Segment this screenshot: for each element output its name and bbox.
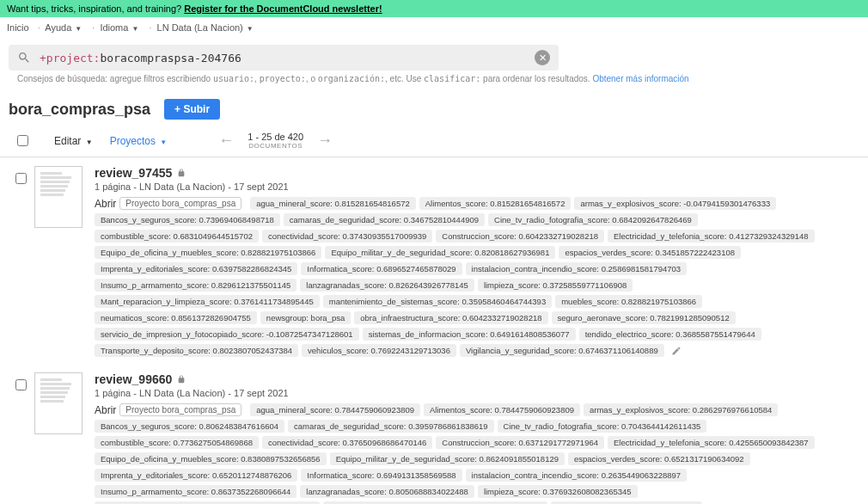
metadata-tag[interactable]: Vigilancia_y_seguridad_score: 0.67463711… [460, 344, 664, 357]
document-row: review_974551 página - LN Data (La Nacio… [9, 166, 859, 357]
project-pill[interactable]: Proyecto bora_compras_psa [119, 403, 241, 416]
search-hint: Consejos de búsqueda: agregue filtros es… [9, 71, 859, 92]
select-doc-checkbox[interactable] [15, 379, 27, 390]
metadata-tag[interactable]: Transporte_y_deposito_score: 0.802380705… [95, 344, 298, 357]
nav-home[interactable]: Inicio [7, 22, 29, 33]
page-range: 1 - 25 de 420 DOCUMENTOS [248, 132, 303, 150]
document-meta: 1 página - LN Data (La Nacion) - 17 sept… [95, 181, 859, 192]
metadata-tag[interactable]: instalacion_contra_incendio_score: 0.258… [466, 262, 688, 275]
lock-icon [177, 375, 186, 384]
banner-text: Want tips, tricks, inspiration, and trai… [7, 3, 184, 14]
metadata-tag[interactable]: combustible_score: 0.7736275054869868 [95, 436, 259, 449]
nav-help[interactable]: Ayuda [45, 22, 71, 33]
edit-tags-icon[interactable] [671, 346, 682, 356]
metadata-tag[interactable]: sistemas_de_informacion_score: 0.6491614… [363, 328, 576, 341]
document-meta: 1 página - LN Data (La Nacion) - 17 sept… [95, 388, 859, 398]
metadata-tag[interactable]: limpieza_score: 0.37258559771106908 [478, 279, 633, 292]
document-title[interactable]: review_97455 [95, 166, 859, 180]
metadata-tag[interactable]: Alimentos_score: 0.7844759060923809 [424, 403, 580, 416]
open-link[interactable]: Abrir [95, 404, 116, 416]
metadata-tag[interactable]: Mant_reparacion_y_limpieza_score: 0.3761… [95, 295, 320, 308]
metadata-tag[interactable]: espacios_verdes_score: 0.652131719063409… [568, 452, 750, 465]
document-thumbnail[interactable] [34, 372, 83, 434]
metadata-tag[interactable]: vehiculos_score: 0.7692243129713036 [302, 344, 456, 357]
metadata-tag[interactable]: combustible_score: 0.6831049644515702 [95, 230, 259, 243]
metadata-tag[interactable]: armas_y_explosivos_score: -0.04794159301… [574, 197, 776, 210]
search-bar[interactable]: +project:boracompraspsa-204766 ✕ [9, 45, 559, 71]
upload-button[interactable]: + Subir [164, 99, 220, 120]
metadata-tag[interactable]: muebles_score: 0.828821975103866 [555, 295, 702, 308]
metadata-tag[interactable]: limpieza_score: 0.376932608082365345 [478, 485, 638, 498]
metadata-tag[interactable]: conectividad_score: 0.37430935517009939 [262, 230, 432, 243]
metadata-tag[interactable]: Imprenta_y_editoriales_score: 0.63975822… [95, 262, 297, 275]
metadata-tag[interactable]: Construccion_score: 0.6042332719028218 [436, 230, 604, 243]
metadata-tag[interactable]: Informatica_score: 0.6896527465878029 [301, 262, 462, 275]
metadata-tag[interactable]: agua_mineral_score: 0.7844759060923809 [250, 403, 420, 416]
metadata-tag[interactable]: Bancos_y_seguros_score: 0.73969406849871… [95, 213, 280, 226]
edit-menu[interactable]: Editar ▼ [54, 135, 93, 147]
metadata-tag[interactable]: mantenimiento_de_sistemas_score: 0.35958… [323, 295, 552, 308]
clear-search-icon[interactable]: ✕ [535, 50, 550, 65]
promo-banner: Want tips, tricks, inspiration, and trai… [0, 0, 868, 17]
metadata-tag[interactable]: Equipo_de_oficina_y_muebles_score: 0.838… [95, 452, 327, 465]
next-page-icon[interactable]: → [317, 132, 333, 150]
metadata-tag[interactable]: camaras_de_seguridad_score: 0.3959786861… [288, 420, 494, 433]
metadata-tag[interactable]: Alimentos_score: 0.815281654816572 [419, 197, 572, 210]
hint-link[interactable]: Obtener más información [592, 74, 688, 83]
projects-menu[interactable]: Proyectos ▼ [110, 135, 168, 147]
metadata-tag[interactable]: lanzagranadas_score: 0.8050688834022488 [300, 485, 474, 498]
lock-icon [177, 169, 186, 177]
metadata-tag[interactable]: instalacion_contra_incendio_score: 0.263… [466, 469, 688, 482]
breadcrumb: Inicio · Ayuda▼ · Idioma▼ · LN Data (La … [0, 17, 868, 38]
metadata-tag[interactable]: Cine_tv_radio_fotografia_score: 0.704364… [498, 420, 707, 433]
metadata-tag[interactable]: Equipo_militar_y_de_seguridad_score: 0.8… [325, 246, 555, 259]
select-doc-checkbox[interactable] [15, 173, 27, 184]
metadata-tag[interactable]: armas_y_explosivos_score: 0.286297697661… [584, 403, 778, 416]
document-row: review_996601 página - LN Data (La Nacio… [9, 372, 859, 504]
metadata-tag[interactable]: seguro_aeronave_score: 0.782199128509051… [552, 311, 736, 324]
toolbar: Editar ▼ Proyectos ▼ ← 1 - 25 de 420 DOC… [0, 128, 868, 157]
metadata-tag[interactable]: Electricidad_y_telefonia_score: 0.425565… [608, 436, 815, 449]
metadata-tag[interactable]: Bancos_y_seguros_score: 0.80624838476166… [95, 420, 284, 433]
metadata-tag[interactable]: camaras_de_seguridad_score: 0.3467528104… [284, 213, 485, 226]
metadata-tag[interactable]: Insumo_p_armamento_score: 0.829612137550… [95, 279, 296, 292]
metadata-tag[interactable]: lanzagranadas_score: 0.8262643926778145 [300, 279, 474, 292]
document-thumbnail[interactable] [34, 166, 83, 228]
banner-link[interactable]: Register for the DocumentCloud newslette… [184, 3, 382, 14]
prev-page-icon[interactable]: ← [218, 132, 234, 150]
metadata-tag[interactable]: agua_mineral_score: 0.815281654816572 [250, 197, 416, 210]
metadata-tag[interactable]: Equipo_militar_y_de_seguridad_score: 0.8… [330, 452, 565, 465]
nav-language[interactable]: Idioma [100, 22, 128, 33]
search-input[interactable]: +project:boracompraspsa-204766 [40, 52, 535, 65]
metadata-tag[interactable]: newsgroup: bora_psa [260, 311, 351, 324]
metadata-tag[interactable]: Electricidad_y_telefonia_score: 0.412732… [608, 230, 815, 243]
metadata-tag[interactable]: Informatica_score: 0.6949131358569588 [301, 469, 462, 482]
metadata-tag[interactable]: neumaticos_score: 0.8561372826904755 [95, 311, 257, 324]
document-title[interactable]: review_99660 [95, 372, 859, 386]
project-pill[interactable]: Proyecto bora_compras_psa [119, 197, 241, 210]
open-link[interactable]: Abrir [95, 198, 116, 210]
select-all-checkbox[interactable] [17, 135, 28, 146]
metadata-tag[interactable]: Cine_tv_radio_fotografia_score: 0.684209… [488, 213, 698, 226]
metadata-tag[interactable]: Insumo_p_armamento_score: 0.863735226809… [95, 485, 296, 498]
search-icon [17, 51, 31, 65]
metadata-tag[interactable]: obra_infraestructura_score: 0.6042332719… [354, 311, 547, 324]
metadata-tag[interactable]: Construccion_score: 0.6371291772971964 [436, 436, 604, 449]
metadata-tag[interactable]: tendido_electrico_score: 0.3685587551479… [579, 328, 761, 341]
metadata-tag[interactable]: espacios_verdes_score: 0.345185722242310… [559, 246, 741, 259]
metadata-tag[interactable]: conectividad_score: 0.37650968686470146 [262, 436, 432, 449]
metadata-tag[interactable]: servicio_de_impresion_y_fotocopiado_scor… [95, 328, 359, 341]
project-title: bora_compras_psa [9, 101, 150, 119]
nav-org[interactable]: LN Data (La Nacion) [157, 22, 243, 33]
metadata-tag[interactable]: Equipo_de_oficina_y_muebles_score: 0.828… [95, 246, 321, 259]
metadata-tag[interactable]: Imprenta_y_editoriales_score: 0.65201127… [95, 469, 297, 482]
